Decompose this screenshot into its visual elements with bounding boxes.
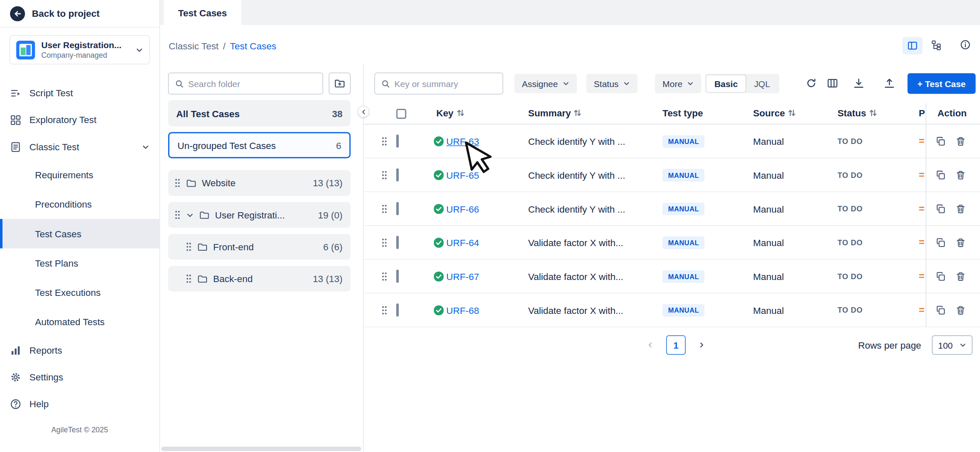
summary-cell[interactable]: Validate factor X with... [528, 237, 623, 248]
folder-all-test-cases[interactable]: All Test Cases 38 [168, 100, 351, 126]
rows-per-page-label: Rows per page [858, 340, 921, 350]
rows-per-page-select[interactable]: 100 [932, 335, 972, 354]
folder-front-end[interactable]: Front-end 6 (6) [168, 234, 351, 259]
row-checkbox[interactable] [396, 202, 399, 215]
more-filter[interactable]: More [655, 74, 701, 93]
folder-icon [197, 274, 207, 284]
sidebar-item-automated-tests[interactable]: Automated Tests [0, 307, 159, 336]
drag-handle-icon[interactable] [186, 242, 192, 252]
column-header-key[interactable]: Key [436, 108, 464, 118]
breadcrumb-current[interactable]: Test Cases [230, 41, 276, 51]
row-checkbox[interactable] [396, 168, 399, 181]
sidebar-item-exploratory-test[interactable]: Exploratory Test [0, 106, 159, 133]
row-checkbox[interactable] [396, 303, 399, 316]
test-case-key-link[interactable]: URF-66 [446, 203, 479, 214]
row-checkbox[interactable] [396, 270, 399, 282]
folder-search-input[interactable] [188, 79, 316, 89]
mode-jql[interactable]: JQL [746, 75, 778, 92]
new-test-case-button[interactable]: + Test Case [908, 73, 976, 94]
summary-cell[interactable]: Check identify Y with ... [528, 203, 625, 214]
trash-icon[interactable] [956, 204, 966, 214]
summary-cell[interactable]: Check identify Y with ... [528, 136, 625, 146]
row-checkbox[interactable] [396, 134, 399, 147]
project-selector[interactable]: User Registration... Company-managed [9, 35, 150, 64]
drag-handle-icon[interactable] [381, 306, 388, 315]
column-header-status[interactable]: Status [837, 108, 877, 118]
drag-handle-icon[interactable] [381, 204, 388, 213]
trash-icon[interactable] [956, 170, 966, 180]
table-row: URF-66 Check identify Y with ... MANUAL … [363, 192, 980, 226]
drag-handle-icon[interactable] [381, 136, 388, 146]
copy-icon[interactable] [936, 237, 946, 247]
tree-view-toggle[interactable] [931, 40, 942, 51]
drag-handle-icon[interactable] [174, 178, 181, 187]
copy-icon[interactable] [936, 305, 946, 315]
trash-icon[interactable] [956, 305, 966, 315]
sidebar-item-reports[interactable]: Reports [0, 336, 159, 363]
sidebar-item-settings[interactable]: Settings [0, 364, 159, 390]
upload-button[interactable] [884, 77, 895, 89]
sidebar-item-test-cases[interactable]: Test Cases [0, 219, 159, 248]
priority-medium-icon: = [919, 136, 926, 147]
status-filter[interactable]: Status [586, 74, 637, 93]
folder-back-end[interactable]: Back-end 13 (13) [168, 266, 351, 291]
trash-icon[interactable] [956, 271, 966, 281]
sidebar-item-classic-test[interactable]: Classic Test [0, 133, 159, 160]
drag-handle-icon[interactable] [186, 274, 192, 283]
priority-medium-icon: = [919, 237, 926, 248]
select-all-checkbox[interactable] [396, 109, 406, 119]
column-header-source[interactable]: Source [753, 108, 795, 118]
copy-icon[interactable] [936, 170, 946, 180]
test-case-key-link[interactable]: URF-67 [446, 271, 479, 281]
sidebar-item-help[interactable]: Help [0, 390, 159, 417]
next-page-button[interactable] [692, 335, 711, 354]
collapse-panel-button[interactable] [357, 106, 369, 118]
summary-cell[interactable]: Validate factor X with... [528, 305, 623, 315]
refresh-button[interactable] [806, 77, 817, 89]
copy-icon[interactable] [936, 136, 946, 146]
column-header-summary[interactable]: Summary [528, 108, 582, 118]
chevron-down-icon[interactable] [186, 211, 194, 219]
drag-handle-icon[interactable] [381, 170, 388, 180]
pinned-column-divider [926, 103, 926, 327]
drag-handle-icon[interactable] [381, 272, 388, 281]
trash-icon[interactable] [956, 136, 966, 146]
key-search-input[interactable] [394, 79, 496, 89]
breadcrumb-parent[interactable]: Classic Test [169, 41, 219, 51]
folder-user-registration[interactable]: User Registrati... 19 (0) [168, 202, 351, 228]
test-case-key-link[interactable]: URF-63 [446, 136, 479, 146]
test-case-key-link[interactable]: URF-64 [446, 237, 479, 248]
folder-ungrouped-test-cases[interactable]: Un-grouped Test Cases 6 [168, 132, 351, 158]
info-button[interactable] [960, 39, 970, 50]
assignee-filter[interactable]: Assignee [514, 74, 577, 93]
sidebar-item-test-executions[interactable]: Test Executions [0, 278, 159, 307]
table-header: Key Summary Test type Source Status [363, 103, 980, 125]
row-checkbox[interactable] [396, 236, 399, 249]
copy-icon[interactable] [936, 204, 946, 214]
tab-test-cases[interactable]: Test Cases [164, 0, 242, 25]
test-case-key-link[interactable]: URF-68 [446, 305, 479, 315]
drag-handle-icon[interactable] [174, 210, 181, 219]
new-folder-button[interactable] [329, 72, 350, 94]
drag-handle-icon[interactable] [381, 238, 388, 247]
chevron-down-icon [142, 143, 149, 151]
folder-website[interactable]: Website 13 (13) [168, 170, 351, 196]
previous-page-button[interactable] [641, 335, 660, 354]
sidebar-item-script-test[interactable]: Script Test [0, 80, 159, 106]
download-button[interactable] [853, 77, 865, 89]
column-header-priority: P [919, 108, 925, 118]
split-view-toggle[interactable] [903, 37, 923, 54]
current-page-button[interactable]: 1 [666, 335, 686, 354]
test-case-key-link[interactable]: URF-65 [446, 170, 479, 180]
sidebar-item-preconditions[interactable]: Preconditions [0, 190, 159, 219]
back-to-project-button[interactable]: Back to project [0, 0, 159, 28]
trash-icon[interactable] [956, 237, 966, 247]
sidebar-item-requirements[interactable]: Requirements [0, 160, 159, 190]
copy-icon[interactable] [936, 271, 946, 281]
mode-basic[interactable]: Basic [706, 75, 746, 92]
summary-cell[interactable]: Check identify Y with ... [528, 170, 625, 180]
summary-cell[interactable]: Validate factor X with... [528, 271, 623, 281]
horizontal-scrollbar[interactable] [161, 447, 361, 451]
sidebar-item-test-plans[interactable]: Test Plans [0, 248, 159, 277]
columns-button[interactable] [827, 77, 838, 89]
